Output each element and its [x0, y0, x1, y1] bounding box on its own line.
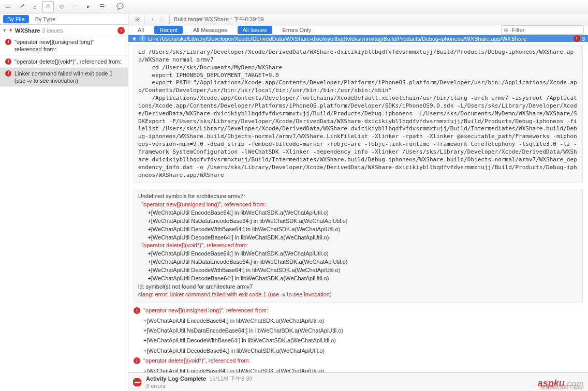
error-icon: ! — [134, 357, 140, 364]
watermark-sub: 免费网站源码下载站! — [540, 384, 584, 391]
issue-count: 3 issues — [42, 27, 63, 34]
separator — [169, 14, 170, 24]
build-log-box: Ld /Users/sks/Library/Developer/Xcode/De… — [134, 45, 583, 183]
error-icon: ! — [134, 307, 140, 314]
disclosure-triangle-icon[interactable]: ▼ — [131, 36, 137, 42]
project-name: WXShare — [15, 27, 40, 34]
detail-row[interactable]: +[WeChatApiUtil DecodeWithBase64:] in li… — [131, 336, 585, 345]
detail-text: "operator new[](unsigned long)", referen… — [143, 307, 268, 314]
detail-row[interactable]: +[WeChatApiUtil NsDataEncodeBase64:] in … — [131, 326, 585, 336]
forward-button[interactable]: 〉 — [157, 13, 168, 25]
issue-group-title: Link /Users/sks/Library/Developer/Xcode/… — [148, 36, 574, 42]
content-toolbar: ⊞ 〈 〉 Build target WXShare : 下午8:39:59 — [128, 13, 588, 25]
error-icon: ! — [574, 35, 580, 42]
issue-text: "operator new[](unsigned long)", referen… — [14, 39, 96, 52]
filter-input[interactable] — [501, 25, 584, 35]
by-file-tab[interactable]: By File — [3, 15, 29, 23]
separator — [144, 14, 144, 24]
activity-errors: 3 errors — [146, 383, 252, 389]
stop-icon — [133, 378, 142, 387]
filter-all[interactable]: All — [133, 26, 149, 34]
disclosure-triangle-icon[interactable]: ▾ — [3, 27, 6, 34]
issue-filter-tabs: All Recent All Messages All Issues Error… — [128, 25, 588, 35]
separator — [111, 2, 111, 11]
filter-recent[interactable]: Recent — [154, 26, 183, 34]
filter-all-messages[interactable]: All Messages — [188, 26, 232, 34]
detail-row[interactable]: !"operator new[](unsigned long)", refere… — [131, 306, 585, 315]
info-icon: i — [139, 35, 146, 42]
svg-rect-1 — [135, 382, 140, 383]
source-control-icon[interactable]: ⎇ — [16, 1, 27, 12]
back-button[interactable]: 〈 — [145, 13, 157, 25]
detail-row[interactable]: +[WeChatApiUtil EncodeBase64:] in libWeC… — [131, 316, 585, 326]
debug-icon[interactable]: ≡ — [69, 1, 81, 12]
issue-group-header[interactable]: ▼ i Link /Users/sks/Library/Developer/Xc… — [128, 35, 588, 42]
error-count: 3 — [582, 36, 585, 42]
issue-text: "operator delete[](void*)", referenced f… — [14, 58, 122, 65]
filter-tabs: By File By Type — [0, 13, 128, 25]
issue-text: Linker command failed with exit code 1 (… — [14, 70, 113, 84]
error-icon: ! — [5, 58, 11, 65]
activity-time: 15/11/8 下午8:39 — [209, 375, 252, 382]
activity-bar: Activity Log Complete 15/11/8 下午8:39 3 e… — [128, 372, 588, 391]
detail-row[interactable]: +[WeChatApiUtil DecodeBase64:] in libWeC… — [131, 346, 585, 356]
detail-text: +[WeChatApiUtil DecodeWithBase64:] in li… — [143, 337, 336, 344]
by-type-tab[interactable]: By Type — [31, 15, 60, 23]
sidebar-issue-item[interactable]: !"operator new[](unsigned long)", refere… — [0, 36, 128, 56]
folder-icon[interactable]: ▭ — [2, 1, 13, 12]
filter-magnifier-icon: ⊚ — [504, 27, 508, 34]
error-badge-icon: ! — [117, 27, 125, 34]
project-header[interactable]: ▾ ✦ WXShare 3 issues ! — [0, 25, 128, 36]
error-icon: ! — [5, 39, 11, 45]
breadcrumb[interactable]: Build target WXShare : 下午8:39:59 — [174, 16, 264, 23]
detail-text: +[WeChatApiUtil DecodeBase64:] in libWeC… — [143, 347, 325, 355]
sidebar-issue-item[interactable]: !Linker command failed with exit code 1 … — [0, 68, 128, 87]
detail-row[interactable]: !"operator delete[](void*)", referenced … — [131, 356, 585, 366]
detail-text: +[WeChatApiUtil NsDataEncodeBase64:] in … — [143, 327, 343, 335]
sidebar: By File By Type ▾ ✦ WXShare 3 issues ! !… — [0, 13, 128, 391]
left-toolbar: ▭ ⎇ ⌕ ⚠ ◇ ≡ ▸ ☰ 💬 — [0, 0, 588, 13]
sidebar-issue-item[interactable]: !"operator delete[](void*)", referenced … — [0, 56, 128, 68]
project-icon: ✦ — [8, 27, 13, 34]
detail-text: "operator delete[](void*)", referenced f… — [143, 357, 251, 365]
search-icon[interactable]: ⌕ — [29, 1, 40, 12]
detail-text: +[WeChatApiUtil EncodeBase64:] in libWeC… — [143, 317, 324, 325]
activity-title: Activity Log Complete — [146, 375, 206, 382]
issues-icon[interactable]: ⚠ — [42, 1, 54, 12]
error-icon: ! — [5, 70, 11, 77]
speech-icon[interactable]: 💬 — [114, 1, 126, 12]
filter-errors-only[interactable]: Errors Only — [277, 26, 317, 34]
error-log-box: Undefined symbols for architecture armv7… — [134, 189, 583, 303]
related-items-icon[interactable]: ⊞ — [131, 13, 143, 25]
content-area: ⊞ 〈 〉 Build target WXShare : 下午8:39:59 A… — [128, 13, 588, 391]
filter-all-issues[interactable]: All Issues — [238, 26, 272, 34]
breakpoint-icon[interactable]: ▸ — [83, 1, 94, 12]
log-icon[interactable]: ☰ — [96, 1, 108, 12]
test-icon[interactable]: ◇ — [56, 1, 67, 12]
